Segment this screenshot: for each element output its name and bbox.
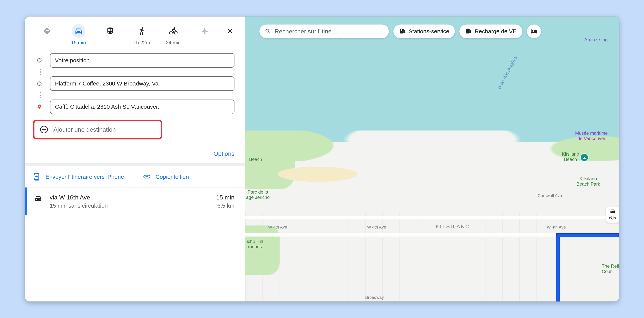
waypoint-input[interactable]: Platform 7 Coffee, 2300 W Broadway, Va [50, 76, 234, 91]
park-label: Parc de la age Jericho [246, 189, 270, 200]
poi-marker[interactable] [580, 153, 588, 162]
route-polyline [556, 235, 560, 302]
chip-hotels[interactable] [527, 24, 541, 38]
mode-walk[interactable]: 1h 22m [131, 24, 152, 46]
walk-icon [135, 24, 149, 38]
car-icon [610, 208, 616, 214]
poi-label: Musée maritime de Vancouver [575, 131, 608, 141]
ev-station-icon [465, 28, 472, 35]
search-placeholder: Rechercher sur l'itiné… [274, 28, 338, 35]
park-label: Kitsilano Beach Park [576, 176, 600, 186]
park-label: icho Hill rounds [247, 239, 263, 249]
destination-pin-icon [36, 103, 43, 110]
mode-flight[interactable]: — [194, 24, 216, 46]
add-destination-label: Ajouter une destination [54, 126, 116, 133]
plane-icon [198, 24, 212, 38]
directions-panel: — 15 min 1h 22m [25, 16, 245, 302]
map-top-chips: Rechercher sur l'itiné… Stations-service… [260, 24, 541, 38]
map-canvas[interactable]: Baie des Anglais A-maze-ing Musée mariti… [245, 16, 619, 302]
street-label: W 4th Ave [268, 225, 287, 230]
mode-time-label: 1h 22m [134, 40, 150, 46]
water-label: Baie des Anglais [496, 55, 518, 90]
street-label: W 4th Ave [547, 225, 566, 230]
hotel-icon [531, 28, 537, 35]
park-label: The Refl Coun [602, 264, 619, 274]
route-summary[interactable]: via W 16th Ave 15 min sans circulation 1… [25, 187, 245, 215]
route-subtitle: 15 min sans circulation [50, 202, 216, 209]
app-frame: — 15 min 1h 22m [25, 16, 619, 302]
park-area [245, 225, 280, 275]
send-to-phone-button[interactable]: Envoyer l'itinéraire vers iPhone [25, 166, 135, 187]
poi-label: A-maze-ing [584, 37, 608, 42]
add-destination-button[interactable]: Ajouter une destination [33, 120, 162, 140]
chip-label: Recharge de VE [475, 28, 516, 35]
share-actions: Envoyer l'itinéraire vers iPhone Copier … [25, 166, 245, 187]
chip-ev-charging[interactable]: Recharge de VE [460, 24, 522, 38]
waypoint-mid: Platform 7 Coffee, 2300 W Broadway, Va [36, 76, 234, 91]
action-label: Envoyer l'itinéraire vers iPhone [46, 173, 124, 180]
bike-icon [166, 24, 180, 38]
chip-label: Stations-service [408, 28, 449, 35]
directions-icon [40, 24, 54, 38]
close-button[interactable] [226, 24, 234, 35]
waypoints-list: Votre position Platform 7 Coffee, 2300 W… [25, 50, 245, 116]
stop-marker-icon [36, 81, 43, 86]
chip-gas-stations[interactable]: Stations-service [393, 24, 455, 38]
waypoint-input[interactable]: Votre position [50, 53, 234, 68]
park-label: Kitsilano Beach [562, 152, 579, 162]
mode-time-label: 15 min [71, 40, 86, 46]
street-label: Broadway [365, 295, 384, 300]
district-label: KITSILANO [436, 224, 470, 230]
divider [25, 162, 245, 166]
car-icon [27, 194, 50, 202]
origin-marker-icon [36, 58, 43, 62]
route-time: 15 min [216, 194, 234, 201]
phone-send-icon [32, 172, 41, 181]
park-label: Beach [249, 157, 262, 162]
mode-time-label: — [202, 40, 208, 46]
mode-time-label: 24 min [166, 40, 180, 46]
mode-best[interactable]: — [36, 24, 58, 46]
street-label: W 4th Ave [367, 225, 386, 230]
copy-link-button[interactable]: Copier le lien [135, 166, 245, 187]
waypoint-end: Caffè Cittadella, 2310 Ash St, Vancouver… [36, 100, 234, 114]
route-title: via W 16th Ave [50, 194, 216, 201]
waypoint-start: Votre position [36, 53, 234, 68]
route-duration-bubble[interactable]: 6,5 [606, 206, 619, 223]
route-distance: 6,5 km [216, 202, 234, 209]
mode-transit[interactable] [100, 24, 121, 40]
road [245, 216, 619, 219]
waypoint-input[interactable]: Caffè Cittadella, 2310 Ash St, Vancouver… [50, 100, 234, 114]
land-area [245, 142, 619, 302]
mode-bike[interactable]: 24 min [163, 24, 184, 46]
route-polyline [556, 233, 619, 237]
plus-circle-icon [40, 125, 48, 134]
street-label: Cornwall Ave [538, 193, 562, 198]
search-along-route[interactable]: Rechercher sur l'itiné… [260, 24, 389, 38]
park-area [245, 146, 295, 189]
link-icon [143, 172, 151, 181]
transit-icon [103, 24, 117, 38]
gas-pump-icon [399, 28, 406, 35]
travel-mode-row: — 15 min 1h 22m [25, 16, 245, 50]
mode-car[interactable]: 15 min [68, 24, 89, 46]
beach-area [278, 166, 358, 182]
search-icon [265, 28, 271, 35]
options-link[interactable]: Options [25, 145, 245, 162]
action-label: Copier le lien [156, 173, 189, 180]
mode-time-label: — [44, 40, 50, 46]
car-icon [72, 24, 86, 38]
duration-value: 6,5 [609, 215, 616, 221]
